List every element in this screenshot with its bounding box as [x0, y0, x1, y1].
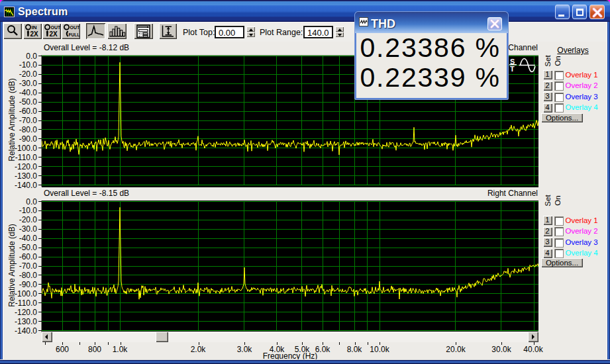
svg-text:IN: IN: [31, 24, 36, 30]
svg-text:OUT: OUT: [50, 25, 61, 30]
svg-text:OUT: OUT: [70, 25, 80, 30]
svg-text:FULL: FULL: [68, 32, 79, 37]
svg-text:T: T: [510, 65, 515, 73]
svg-text:2X: 2X: [49, 30, 58, 38]
svg-text:2X: 2X: [30, 30, 38, 38]
